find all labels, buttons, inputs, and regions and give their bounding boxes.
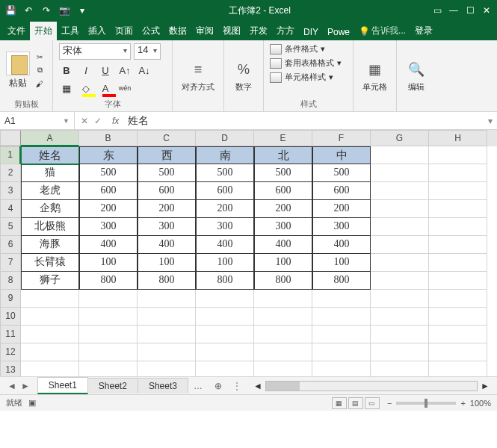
- cell[interactable]: [429, 272, 487, 290]
- cell[interactable]: [429, 326, 487, 343]
- macro-record-icon[interactable]: ▣: [28, 398, 36, 408]
- cell[interactable]: [79, 326, 138, 343]
- fx-icon[interactable]: fx: [108, 116, 123, 126]
- cell[interactable]: 800: [79, 272, 138, 290]
- cell[interactable]: [429, 308, 487, 326]
- tab-power[interactable]: Powe: [323, 24, 354, 40]
- row-header[interactable]: 12: [0, 343, 21, 361]
- cell[interactable]: [371, 254, 429, 272]
- zoom-in-icon[interactable]: +: [460, 399, 465, 408]
- cell[interactable]: [138, 343, 196, 361]
- tab-splitter[interactable]: ⋮: [228, 381, 246, 391]
- sheet-tab-3[interactable]: Sheet3: [138, 378, 188, 393]
- formula-input[interactable]: 姓名: [123, 114, 484, 128]
- worksheet-grid[interactable]: A B C D E F G H 1姓名东西南北中2猫50050050050050…: [0, 130, 497, 376]
- cell[interactable]: 300: [79, 218, 138, 236]
- cell[interactable]: 200: [312, 200, 371, 218]
- zoom-out-icon[interactable]: −: [387, 399, 392, 408]
- cell[interactable]: 200: [138, 200, 196, 218]
- cell[interactable]: 800: [138, 272, 196, 290]
- row-header[interactable]: 10: [0, 308, 21, 326]
- font-color-icon[interactable]: A: [98, 81, 113, 96]
- col-header-e[interactable]: E: [254, 130, 312, 146]
- cell[interactable]: [21, 326, 79, 343]
- sheet-tab-1[interactable]: Sheet1: [37, 377, 88, 394]
- cell[interactable]: [138, 308, 196, 326]
- add-sheet-icon[interactable]: ⊕: [209, 381, 228, 391]
- tab-insert[interactable]: 插入: [84, 22, 111, 40]
- cell[interactable]: 长臂猿: [21, 254, 79, 272]
- cell[interactable]: 600: [254, 182, 312, 200]
- cell[interactable]: 800: [312, 272, 371, 290]
- cell[interactable]: [254, 290, 312, 308]
- number-button[interactable]: % 数字: [230, 56, 257, 96]
- cell[interactable]: 600: [312, 182, 371, 200]
- cell[interactable]: 200: [254, 200, 312, 218]
- minimize-icon[interactable]: —: [448, 4, 460, 16]
- tab-view[interactable]: 视图: [218, 22, 245, 40]
- undo-icon[interactable]: ↶: [22, 4, 34, 16]
- ribbon-options-icon[interactable]: ▭: [431, 4, 443, 16]
- cell[interactable]: [138, 290, 196, 308]
- cell[interactable]: 中: [312, 146, 371, 164]
- cell[interactable]: 老虎: [21, 182, 79, 200]
- scroll-left-icon[interactable]: ◄: [253, 381, 262, 391]
- enter-formula-icon[interactable]: ✓: [94, 116, 102, 126]
- cell[interactable]: 600: [196, 182, 254, 200]
- row-header[interactable]: 11: [0, 326, 21, 343]
- cell[interactable]: 400: [312, 236, 371, 254]
- cell[interactable]: 800: [254, 272, 312, 290]
- italic-button[interactable]: I: [78, 63, 93, 78]
- cell[interactable]: 400: [254, 236, 312, 254]
- cell[interactable]: [429, 182, 487, 200]
- select-all-corner[interactable]: [0, 130, 21, 146]
- cell[interactable]: [371, 308, 429, 326]
- font-grow-icon[interactable]: A↑: [117, 63, 132, 78]
- cell[interactable]: [371, 146, 429, 164]
- cell[interactable]: 企鹅: [21, 200, 79, 218]
- cell[interactable]: 600: [79, 182, 138, 200]
- cell[interactable]: [254, 361, 312, 376]
- cell[interactable]: [196, 343, 254, 361]
- cell[interactable]: [312, 326, 371, 343]
- phonetic-icon[interactable]: wén: [117, 81, 132, 96]
- table-format-button[interactable]: 套用表格格式▾: [270, 57, 347, 69]
- row-header[interactable]: 6: [0, 236, 21, 254]
- view-page-layout-icon[interactable]: ▤: [348, 397, 363, 409]
- cut-icon[interactable]: ✂: [33, 51, 46, 63]
- cell[interactable]: [79, 308, 138, 326]
- cell[interactable]: [79, 290, 138, 308]
- view-page-break-icon[interactable]: ▭: [365, 397, 380, 409]
- cell[interactable]: [429, 164, 487, 182]
- tab-formulas[interactable]: 公式: [138, 22, 164, 40]
- cell[interactable]: [371, 182, 429, 200]
- cell[interactable]: 300: [138, 218, 196, 236]
- cell[interactable]: 北: [254, 146, 312, 164]
- tab-data[interactable]: 数据: [164, 22, 191, 40]
- cell[interactable]: [312, 308, 371, 326]
- row-header[interactable]: 7: [0, 254, 21, 272]
- cell[interactable]: 500: [254, 164, 312, 182]
- tab-page[interactable]: 页面: [111, 22, 138, 40]
- redo-icon[interactable]: ↷: [40, 4, 52, 16]
- scroll-thumb[interactable]: [266, 382, 300, 391]
- col-header-h[interactable]: H: [429, 130, 487, 146]
- cell[interactable]: [429, 200, 487, 218]
- col-header-c[interactable]: C: [138, 130, 196, 146]
- name-box[interactable]: A1▼: [0, 112, 75, 129]
- format-painter-icon[interactable]: 🖌: [33, 78, 46, 90]
- cell[interactable]: [254, 308, 312, 326]
- cell[interactable]: [371, 361, 429, 376]
- cell[interactable]: 姓名: [21, 146, 79, 164]
- cell[interactable]: [429, 236, 487, 254]
- sheet-nav-next-icon[interactable]: ►: [21, 381, 30, 391]
- qat-more-icon[interactable]: ▾: [76, 4, 88, 16]
- cell[interactable]: [138, 361, 196, 376]
- col-header-d[interactable]: D: [196, 130, 254, 146]
- cell[interactable]: [429, 290, 487, 308]
- tab-ff[interactable]: 方方: [272, 22, 299, 40]
- editing-button[interactable]: 🔍 编辑: [403, 56, 430, 96]
- save-icon[interactable]: 💾: [4, 4, 16, 16]
- cell[interactable]: [429, 254, 487, 272]
- row-header[interactable]: 4: [0, 200, 21, 218]
